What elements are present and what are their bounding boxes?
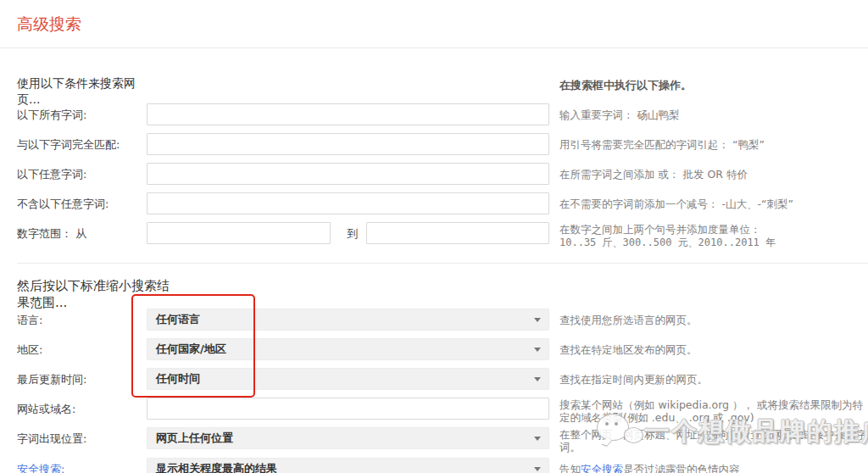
all-words-hint: 输入重要字词： 砀山鸭梨 — [559, 103, 868, 126]
safe-search-inline-link[interactable]: 安全搜索 — [581, 463, 623, 473]
row-any-words: 以下任意字词: 在所需字词之间添加 或： 批发 OR 特价 — [0, 163, 868, 186]
number-range-hint: 在数字之间加上两个句号并添加度量单位： 10..35 斤、300..500 元、… — [559, 223, 868, 249]
chevron-down-icon — [534, 348, 541, 352]
none-words-input[interactable] — [147, 192, 549, 214]
safe-search-link-label[interactable]: 安全搜索: — [17, 458, 144, 473]
searchbox-actions-header: 在搜索框中执行以下操作。 — [559, 78, 865, 93]
language-label: 语言: — [17, 309, 144, 331]
site-domain-input[interactable] — [147, 398, 549, 420]
language-hint: 查找使用您所选语言的网页。 — [559, 309, 868, 331]
last-update-label: 最后更新时间: — [17, 368, 144, 391]
safe-search-hint: 告知安全搜索是否过滤露骨的色情内容 — [559, 458, 868, 473]
number-range-from-input[interactable] — [147, 222, 331, 244]
wechat-bubbles-icon — [592, 412, 644, 451]
number-range-to-label: 到 — [337, 222, 368, 245]
row-safe-search: 安全搜索: 显示相关程度最高的结果 告知安全搜索是否过滤露骨的色情内容 — [0, 458, 868, 473]
row-number-range: 数字范围： 从 到 在数字之间加上两个句号并添加度量单位： 10..35 斤、3… — [0, 222, 868, 245]
terms-appearing-select[interactable]: 网页上任何位置 — [147, 427, 549, 449]
chevron-down-icon — [534, 467, 541, 471]
none-words-label: 不含以下任意字词: — [17, 192, 144, 215]
region-hint: 查找在特定地区发布的网页。 — [559, 338, 868, 361]
section-divider — [17, 263, 868, 264]
row-region: 地区: 任何国家/地区 查找在特定地区发布的网页。 — [0, 338, 868, 361]
advanced-search-page: 高级搜索 使用以下条件来搜索网页... 在搜索框中执行以下操作。 以下所有字词:… — [0, 0, 868, 473]
all-words-input[interactable] — [147, 103, 549, 125]
chevron-down-icon — [534, 377, 541, 381]
page-title: 高级搜索 — [17, 14, 81, 36]
row-last-update: 最后更新时间: 任何时间 查找在指定时间内更新的网页。 — [0, 368, 868, 391]
exact-phrase-input[interactable] — [147, 133, 549, 155]
none-words-hint: 在不需要的字词前添加一个减号： -山大、-“刺梨” — [559, 192, 868, 215]
exact-phrase-hint: 用引号将需要完全匹配的字词引起： “鸭梨” — [559, 133, 868, 156]
exact-phrase-label: 与以下字词完全匹配: — [17, 133, 144, 156]
last-update-select[interactable]: 任何时间 — [147, 368, 549, 390]
chevron-down-icon — [534, 318, 541, 322]
any-words-input[interactable] — [147, 163, 549, 185]
row-all-words: 以下所有字词: 输入重要字词： 砀山鸭梨 — [0, 103, 868, 126]
site-domain-label: 网站或域名: — [17, 398, 144, 420]
last-update-hint: 查找在指定时间内更新的网页。 — [559, 368, 868, 391]
header-divider — [0, 47, 868, 48]
terms-appearing-label: 字词出现位置: — [17, 427, 144, 450]
region-select[interactable]: 任何国家/地区 — [147, 338, 549, 360]
watermark-text: 一个想做品牌的推广 — [644, 415, 868, 449]
region-label: 地区: — [17, 338, 144, 361]
all-words-label: 以下所有字词: — [17, 103, 144, 126]
row-none-words: 不含以下任意字词: 在不需要的字词前添加一个减号： -山大、-“刺梨” — [0, 192, 868, 215]
safe-search-select[interactable]: 显示相关程度最高的结果 — [147, 458, 549, 473]
narrow-section-header: 然后按以下标准缩小搜索结果范围... — [17, 277, 170, 311]
language-select[interactable]: 任何语言 — [147, 309, 549, 331]
chevron-down-icon — [534, 437, 541, 441]
row-language: 语言: 任何语言 查找使用您所选语言的网页。 — [0, 309, 868, 331]
number-range-to-input[interactable] — [366, 222, 549, 244]
number-range-label: 数字范围： 从 — [17, 222, 144, 245]
watermark: 一个想做品牌的推广 — [592, 412, 868, 451]
any-words-label: 以下任意字词: — [17, 163, 144, 186]
row-exact-phrase: 与以下字词完全匹配: 用引号将需要完全匹配的字词引起： “鸭梨” — [0, 133, 868, 156]
any-words-hint: 在所需字词之间添加 或： 批发 OR 特价 — [559, 163, 868, 186]
